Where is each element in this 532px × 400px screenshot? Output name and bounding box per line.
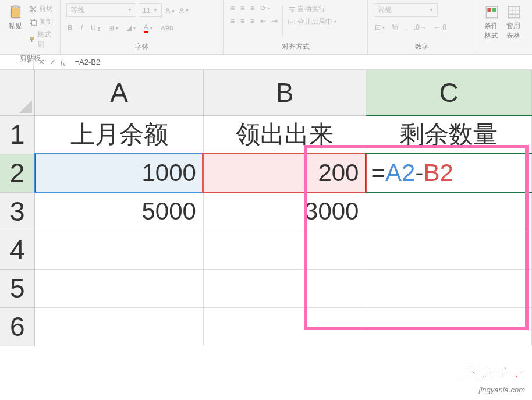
increase-indent-button[interactable]: ⇥ (271, 16, 279, 26)
decrease-decimal-button[interactable]: ←.0 (432, 23, 448, 32)
cell-a2[interactable]: 1000 (35, 154, 204, 192)
align-bottom-button[interactable]: ≡ (249, 3, 256, 13)
cell-a5[interactable] (35, 269, 204, 307)
row-header-4[interactable]: 4 (0, 231, 35, 269)
styles-group: 条件格式 套用表格 (476, 0, 530, 54)
cell-a4[interactable] (35, 231, 204, 269)
copy-icon (29, 18, 37, 26)
decrease-indent-button[interactable]: ⇤ (259, 16, 267, 26)
cell-c1[interactable]: 剩余数量 (366, 115, 532, 154)
name-box[interactable]: ▼ (0, 55, 34, 69)
merge-icon (288, 18, 296, 26)
increase-font-button[interactable]: A▴ (164, 3, 176, 17)
number-format-select[interactable]: 常规▼ (374, 3, 438, 17)
spreadsheet: A B C 1 上月余额 领出出来 剩余数量 2 1000 200 =A2-B2… (0, 70, 532, 346)
row-header-3[interactable]: 3 (0, 192, 35, 231)
scissors-icon (29, 5, 37, 13)
svg-rect-11 (508, 6, 520, 18)
accept-formula-button[interactable]: ✓ (49, 58, 56, 66)
number-label: 数字 (371, 41, 472, 53)
format-painter-button[interactable]: 格式刷 (28, 29, 54, 50)
decrease-font-button[interactable]: A▾ (178, 3, 190, 17)
svg-rect-5 (31, 20, 36, 25)
border-button[interactable]: ⊞ ▾ (107, 23, 119, 33)
ribbon: 粘贴 剪切 复制 格式刷 剪贴板 (0, 0, 532, 55)
cell-b2[interactable]: 200 (203, 154, 366, 192)
cell-c2[interactable]: =A2-B2 (366, 154, 532, 192)
merge-center-button[interactable]: 合并后居中 ▾ (286, 16, 338, 27)
align-right-button[interactable]: ≡ (249, 16, 256, 26)
cell-b1[interactable]: 领出出来 (203, 115, 366, 154)
svg-rect-6 (31, 37, 34, 39)
cell-a3[interactable]: 5000 (35, 192, 204, 231)
check-icon: ✓ (512, 365, 525, 383)
wrap-text-button[interactable]: 自动换行 (286, 3, 338, 15)
align-middle-button[interactable]: ≡ (239, 3, 246, 13)
number-group: 常规▼ ⊡ ▾ % , .0→ ←.0 数字 (368, 0, 476, 54)
row-header-1[interactable]: 1 (0, 115, 35, 154)
italic-button[interactable]: I (80, 23, 84, 33)
paste-icon (8, 5, 23, 20)
font-size-select[interactable]: 11▼ (139, 3, 162, 17)
cell-a1[interactable]: 上月余额 (35, 115, 204, 154)
font-family-select[interactable]: 等线▼ (66, 3, 136, 17)
table-icon (506, 5, 522, 20)
cell-c3[interactable] (366, 192, 532, 231)
cell-b6[interactable] (203, 307, 366, 346)
cell-a6[interactable] (35, 307, 204, 346)
column-header-c[interactable]: C (366, 70, 532, 115)
formula-bar: ▼ ✕ ✓ fx =A2-B2 (0, 55, 532, 70)
alignment-label: 对齐方式 (227, 41, 364, 53)
svg-rect-9 (487, 8, 491, 12)
wrap-icon (288, 5, 296, 13)
accounting-format-button[interactable]: ⊡ ▾ (374, 23, 386, 32)
cell-c4[interactable] (366, 231, 532, 269)
conditional-format-button[interactable]: 条件格式 (482, 3, 502, 51)
bucket-icon: ◢ (126, 24, 132, 32)
font-color-button[interactable]: A ▾ (143, 23, 154, 33)
editing-formula: =A2-B2 (371, 159, 453, 186)
svg-rect-10 (492, 8, 496, 12)
comma-button[interactable]: , (404, 23, 408, 32)
copy-button[interactable]: 复制 (28, 16, 54, 27)
font-label: 字体 (64, 41, 219, 53)
cell-c5[interactable] (366, 269, 532, 307)
column-header-b[interactable]: B (203, 70, 366, 115)
row-header-6[interactable]: 6 (0, 307, 35, 346)
row-header-2[interactable]: 2 (0, 154, 35, 192)
paste-button[interactable]: 粘贴 (6, 3, 26, 50)
increase-decimal-button[interactable]: .0→ (413, 23, 428, 32)
formula-input[interactable]: =A2-B2 (70, 58, 532, 66)
align-top-button[interactable]: ≡ (229, 3, 236, 13)
fill-color-button[interactable]: ◢ ▾ (125, 23, 137, 33)
cancel-formula-button[interactable]: ✕ (38, 58, 45, 66)
percent-button[interactable]: % (391, 23, 399, 32)
format-table-button[interactable]: 套用表格 (504, 3, 524, 51)
cell-b3[interactable]: 3000 (203, 192, 366, 231)
cell-b4[interactable] (203, 231, 366, 269)
bold-button[interactable]: B (66, 23, 74, 33)
cut-button[interactable]: 剪切 (28, 3, 54, 15)
font-group: 等线▼ 11▼ A▴ A▾ B I U ▾ ⊞ ▾ ◢ ▾ A ▾ wén 字体 (61, 0, 224, 54)
watermark: 经验啦 ✓ jingyanla.com (458, 363, 525, 394)
column-header-a[interactable]: A (35, 70, 204, 115)
fx-button[interactable]: fx (61, 57, 65, 68)
svg-rect-0 (11, 6, 20, 18)
svg-rect-1 (13, 5, 19, 8)
orientation-button[interactable]: ⟳ ▾ (259, 3, 271, 13)
align-left-button[interactable]: ≡ (229, 16, 236, 26)
phonetic-button[interactable]: wén (159, 23, 175, 33)
select-all-corner[interactable] (0, 70, 35, 115)
align-center-button[interactable]: ≡ (239, 16, 246, 26)
row-header-5[interactable]: 5 (0, 269, 35, 307)
cell-b5[interactable] (203, 269, 366, 307)
brush-icon (29, 36, 36, 44)
underline-button[interactable]: U ▾ (90, 23, 101, 33)
alignment-group: ≡ ≡ ≡ ⟳ ▾ ≡ ≡ ≡ ⇤ ⇥ 自动换行 (224, 0, 368, 54)
clipboard-group: 粘贴 剪切 复制 格式刷 剪贴板 (0, 0, 61, 54)
cell-c6[interactable] (366, 307, 532, 346)
conditional-format-icon (484, 5, 499, 20)
